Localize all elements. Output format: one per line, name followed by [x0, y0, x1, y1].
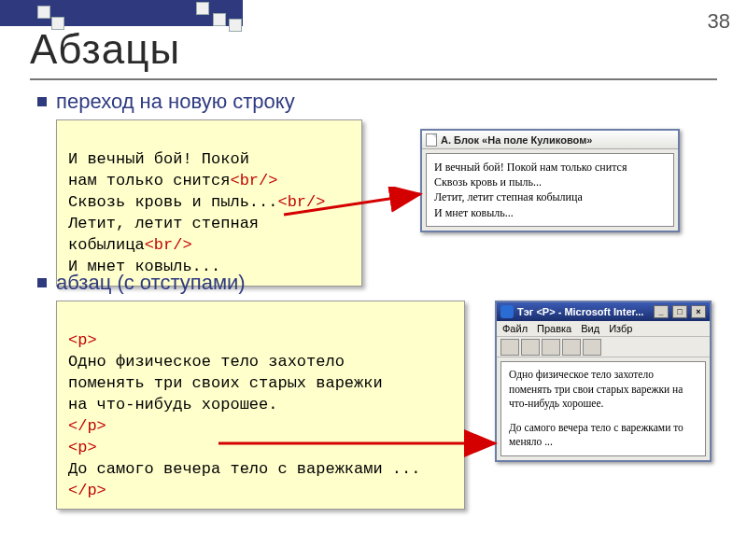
code-line: Сквозь кровь и пыль... [68, 193, 277, 211]
rendered-line: И вечный бой! Покой нам только снится [434, 160, 666, 175]
bullet-2-text: абзац (с отступами) [56, 271, 246, 295]
bullet-1-text: переход на новую строку [56, 90, 295, 114]
title-underline [30, 78, 717, 80]
page-number: 38 [708, 9, 730, 34]
window-body: Одно физическое тело захотело поменять т… [500, 361, 706, 456]
code-line: До самого вечера тело с варежками ... [68, 460, 420, 478]
code-block-2: <p> Одно физическое тело захотело поменя… [56, 301, 465, 510]
minimize-button[interactable]: _ [654, 305, 669, 318]
page-icon [426, 133, 437, 147]
maximize-button[interactable]: □ [672, 305, 687, 318]
rendered-paragraph: Одно физическое тело захотело поменять т… [509, 368, 698, 412]
menu-view[interactable]: Вид [581, 323, 599, 334]
window-titlebar: А. Блок «На поле Куликовом» [422, 131, 678, 149]
code-line: на что-нибудь хорошее. [68, 396, 277, 413]
br-tag: <br/> [230, 172, 277, 189]
bullet-icon [37, 278, 47, 287]
window-titlebar: Тэг <P> - Microsoft Inter... _ □ × [497, 302, 710, 321]
p-close-tag: </p> [68, 417, 106, 435]
code-line: нам только снится [68, 172, 230, 189]
p-close-tag: </p> [68, 482, 106, 499]
window-body: И вечный бой! Покой нам только снится Ск… [426, 153, 674, 227]
window-title-text: А. Блок «На поле Куликовом» [441, 134, 592, 146]
window-toolbar [497, 337, 710, 357]
browser-window-1: А. Блок «На поле Куликовом» И вечный бой… [420, 129, 680, 232]
code-line: Одно физическое тело захотело [68, 353, 345, 371]
slide-title: Абзацы [30, 26, 180, 73]
window-title-text: Тэг <P> - Microsoft Inter... [517, 306, 643, 317]
code-block-1: И вечный бой! Покой нам только снится<br… [56, 119, 362, 287]
browser-window-2: Тэг <P> - Microsoft Inter... _ □ × Файл … [495, 301, 712, 462]
p-open-tag: <p> [68, 439, 97, 456]
rendered-line: Сквозь кровь и пыль... [434, 175, 666, 189]
window-menu-bar: Файл Правка Вид Избр [497, 321, 710, 337]
br-tag: <br/> [145, 236, 192, 254]
menu-file[interactable]: Файл [502, 323, 528, 334]
toolbar-button[interactable] [542, 339, 560, 356]
bullet-icon [37, 97, 47, 106]
slide-corner-deco [0, 0, 243, 26]
code-line: Летит, летит степная [68, 215, 259, 232]
toolbar-button[interactable] [500, 339, 519, 356]
rendered-paragraph: До самого вечера тело с варежками то мен… [509, 421, 698, 450]
br-tag: <br/> [277, 193, 325, 211]
code-line: поменять три своих старых варежки [68, 374, 383, 392]
close-button[interactable]: × [691, 305, 706, 318]
bullet-2: абзац (с отступами) [37, 271, 246, 295]
p-open-tag: <p> [68, 331, 97, 349]
bullet-1: переход на новую строку [37, 90, 295, 114]
rendered-line: Летит, летит степная кобылица [434, 189, 666, 204]
ie-icon [500, 305, 514, 318]
menu-fav[interactable]: Избр [609, 323, 632, 334]
toolbar-button[interactable] [562, 339, 581, 356]
menu-edit[interactable]: Правка [537, 323, 571, 334]
code-line: кобылица [68, 236, 145, 254]
toolbar-button[interactable] [521, 339, 540, 356]
toolbar-button[interactable] [583, 339, 601, 356]
code-line: И вечный бой! Покой [68, 150, 249, 168]
rendered-line: И мнет ковыль... [434, 205, 666, 220]
